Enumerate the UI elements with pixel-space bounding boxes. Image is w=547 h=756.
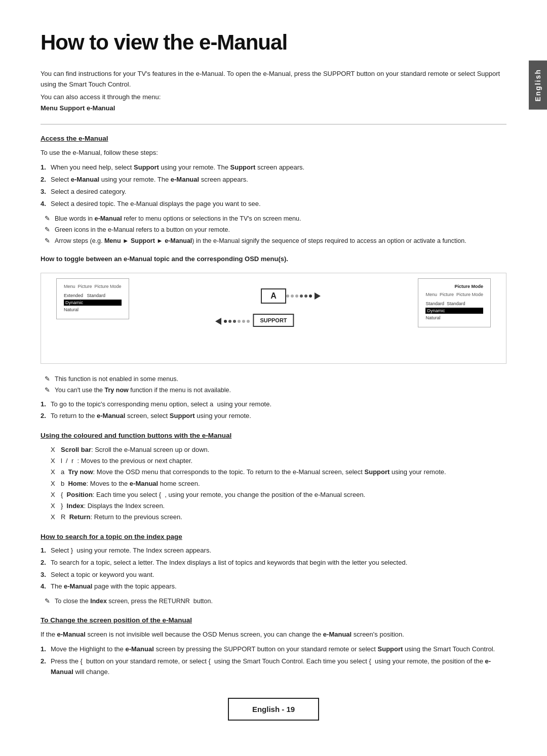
access-steps-list: 1. When you need help, select Support us… xyxy=(41,162,506,209)
coloured-section-title: Using the coloured and function buttons … xyxy=(41,432,506,439)
access-section-title: Access the e-Manual xyxy=(41,135,506,142)
coloured-item-return: R Return: Return to the previous screen. xyxy=(51,512,506,523)
step-1: 1. When you need help, select Support us… xyxy=(41,162,506,173)
diagram-arrow-left xyxy=(215,318,250,325)
diagram-right-nav: Menu Picture Picture Mode xyxy=(425,292,483,297)
diagram-left-nav: Menu Picture Picture Mode xyxy=(64,284,122,289)
coloured-item-trynow: a Try now: Move the OSD menu that corres… xyxy=(51,467,506,478)
diagram-a-button: A xyxy=(261,288,286,304)
position-steps-list: 1. Move the Highlight to the e-Manual sc… xyxy=(41,644,506,677)
step-3: 3. Select a desired category. xyxy=(41,187,506,197)
diagram-left-item3: Natural xyxy=(64,307,122,312)
search-steps-list: 1. Select } using your remote. The Index… xyxy=(41,545,506,592)
diagram-left-item1: Extended Standard xyxy=(64,293,122,298)
coloured-item-position: { Position: Each time you select { , usi… xyxy=(51,489,506,500)
step-4: 4. Select a desired topic. The e-Manual … xyxy=(41,199,506,209)
toggle-section-title: How to toggle between an e-Manual topic … xyxy=(41,255,506,263)
coloured-item-lr: l / r : Moves to the previous or next ch… xyxy=(51,455,506,467)
diagram-right-title: Picture Mode xyxy=(425,284,483,289)
access-intro: To use the e-Manual, follow these steps: xyxy=(41,147,506,158)
sidebar-english-tab: English xyxy=(529,61,547,110)
footer-page-number: English - 19 xyxy=(228,698,319,721)
note-green-icons: Green icons in the e-Manual refers to a … xyxy=(41,225,506,235)
coloured-item-scroll: Scroll bar: Scroll the e-Manual screen u… xyxy=(51,444,506,455)
diagram-support-button: SUPPORT xyxy=(253,314,294,327)
menu-path: Menu Support e-Manual xyxy=(41,104,506,112)
search-step-4: 4. The e-Manual page with the topic appe… xyxy=(41,581,506,592)
search-step-3: 3. Select a topic or keyword you want. xyxy=(41,570,506,580)
diagram-right-item3: Natural xyxy=(425,315,483,320)
position-step-1: 1. Move the Highlight to the e-Manual sc… xyxy=(41,644,506,655)
note-blue-words: Blue words in e-Manual refer to menu opt… xyxy=(41,214,506,224)
toggle-step-2: 2. To return to the e-Manual screen, sel… xyxy=(41,411,506,422)
search-step-1: 1. Select } using your remote. The Index… xyxy=(41,545,506,556)
coloured-item-index: } Index: Displays the Index screen. xyxy=(51,500,506,512)
position-step-2: 2. Press the { button on your standard r… xyxy=(41,656,506,678)
position-intro: If the e-Manual screen is not invisible … xyxy=(41,629,506,640)
step-2: 2. Select e-Manual using your remote. Th… xyxy=(41,175,506,185)
coloured-item-home: b Home: Moves to the e-Manual home scree… xyxy=(51,478,506,489)
search-note: To close the Index screen, press the RET… xyxy=(41,596,506,606)
intro-line2: You can also access it through the menu: xyxy=(41,92,506,103)
intro-line1: You can find instructions for your TV's … xyxy=(41,69,506,90)
page-title: How to view the e-Manual xyxy=(41,30,506,55)
diagram-left-panel: Menu Picture Picture Mode Extended Stand… xyxy=(56,278,129,319)
diagram-arrow-right xyxy=(286,292,321,300)
diagram-right-item2: Dynamic xyxy=(425,308,483,314)
position-section-title: To Change the screen position of the e-M… xyxy=(41,616,506,624)
note-arrow-steps: Arrow steps (e.g. Menu ► Support ► e-Man… xyxy=(41,236,506,246)
note-try-now: You can't use the Try now function if th… xyxy=(41,385,506,395)
diagram-right-panel: Picture Mode Menu Picture Picture Mode S… xyxy=(418,278,491,327)
toggle-steps-list: 1. To go to the topic's corresponding me… xyxy=(41,399,506,422)
diagram-left-item2: Dynamic xyxy=(64,300,122,306)
diagram-area: Menu Picture Picture Mode Extended Stand… xyxy=(41,273,506,364)
search-section-title: How to search for a topic on the index p… xyxy=(41,533,506,540)
divider-1 xyxy=(41,124,506,124)
note-not-enabled: This function is not enabled in some men… xyxy=(41,374,506,384)
diagram-right-item1: Standard Standard xyxy=(425,301,483,306)
coloured-list: Scroll bar: Scroll the e-Manual screen u… xyxy=(51,444,506,523)
search-step-2: 2. To search for a topic, select a lette… xyxy=(41,558,506,568)
toggle-step-1: 1. To go to the topic's corresponding me… xyxy=(41,399,506,410)
